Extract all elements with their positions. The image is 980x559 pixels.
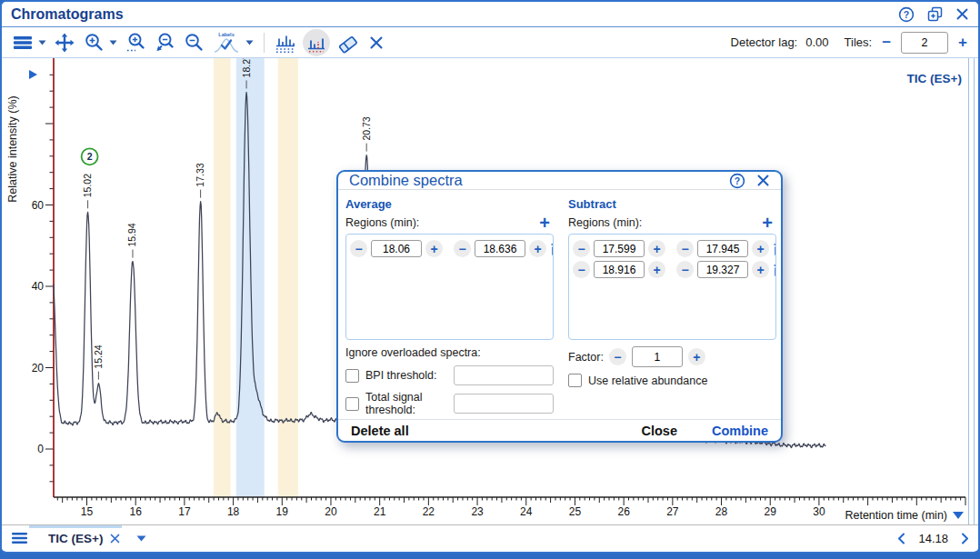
current-retention-value: 14.18 bbox=[918, 532, 948, 545]
region-end-increment-button[interactable]: + bbox=[529, 240, 546, 257]
detector-lag-value: 0.00 bbox=[805, 35, 828, 49]
tab-close-icon[interactable] bbox=[110, 534, 120, 544]
chart-toolbar: Labels bbox=[2, 27, 978, 58]
delete-region-icon[interactable] bbox=[550, 242, 554, 256]
dialog-help-icon[interactable]: ? bbox=[729, 173, 745, 189]
next-chromatogram-icon[interactable] bbox=[961, 533, 969, 544]
factor-decrement-button[interactable]: − bbox=[609, 348, 626, 365]
tiles-label: Tiles: bbox=[845, 35, 873, 49]
eraser-icon[interactable] bbox=[335, 30, 359, 55]
factor-increment-button[interactable]: + bbox=[688, 348, 705, 365]
tiles-increment-button[interactable]: + bbox=[956, 35, 969, 50]
peak-label: 15.24 bbox=[93, 344, 104, 368]
region-start-decrement-button[interactable]: − bbox=[573, 240, 590, 257]
region-end-decrement-button[interactable]: − bbox=[676, 261, 694, 278]
tab-dropdown-icon[interactable] bbox=[136, 535, 146, 542]
region-end-decrement-button[interactable]: − bbox=[454, 240, 471, 257]
tiles-input[interactable] bbox=[901, 32, 948, 54]
region-row: −+−+ bbox=[573, 261, 772, 278]
region-start-decrement-button[interactable]: − bbox=[573, 261, 590, 278]
duplicate-window-icon[interactable] bbox=[926, 5, 944, 23]
help-icon[interactable]: ? bbox=[898, 6, 915, 23]
pan-icon[interactable] bbox=[53, 30, 76, 55]
y-tick-label: 60 bbox=[32, 199, 45, 212]
y-axis-menu-icon[interactable] bbox=[29, 70, 37, 79]
average-region-list: −+−+ bbox=[345, 234, 554, 340]
region-start-increment-button[interactable]: + bbox=[648, 240, 665, 257]
labels-dropdown-icon[interactable] bbox=[244, 30, 255, 55]
zoom-dropdown-icon[interactable] bbox=[107, 30, 118, 55]
total-threshold-label: Total signal threshold: bbox=[365, 391, 447, 416]
region-end-input[interactable] bbox=[475, 240, 525, 257]
close-button[interactable]: Close bbox=[641, 424, 677, 438]
svg-text:Labels: Labels bbox=[218, 32, 234, 37]
tab-menu-icon[interactable] bbox=[11, 532, 28, 544]
delete-region-icon[interactable] bbox=[773, 263, 776, 277]
clear-icon[interactable] bbox=[365, 30, 388, 55]
x-axis-title: Retention time (min) bbox=[845, 509, 947, 522]
region-end-decrement-button[interactable]: − bbox=[676, 240, 694, 257]
zoom-region-icon[interactable] bbox=[124, 30, 147, 55]
region-row: −+−+ bbox=[573, 240, 772, 257]
bpi-threshold-label: BPI threshold: bbox=[365, 369, 437, 382]
zoom-out-icon[interactable] bbox=[182, 30, 205, 55]
active-tab-indicator bbox=[29, 525, 122, 528]
average-panel: Average Regions (min): + −+−+ Ignore ove… bbox=[345, 194, 554, 419]
combine-button[interactable]: Combine bbox=[712, 424, 768, 438]
dialog-close-icon[interactable] bbox=[756, 174, 770, 187]
average-region-band[interactable] bbox=[236, 58, 265, 497]
chromatograms-window: Chromatograms ? bbox=[0, 0, 980, 554]
plot-area: 15161718192021222324252627282930Retentio… bbox=[2, 58, 978, 524]
region-end-input[interactable] bbox=[697, 261, 748, 278]
menu-dropdown-icon[interactable] bbox=[36, 30, 47, 55]
subtract-region-band[interactable] bbox=[278, 58, 298, 497]
x-tick-label: 19 bbox=[276, 505, 289, 518]
menu-icon[interactable] bbox=[11, 30, 35, 55]
subtract-panel: Subtract Regions (min): + −+−+−+−+ Facto… bbox=[568, 194, 776, 419]
title-bar: Chromatograms ? bbox=[2, 2, 978, 27]
x-tick-label: 17 bbox=[178, 505, 191, 518]
svg-text:?: ? bbox=[904, 9, 909, 20]
total-threshold-checkbox[interactable] bbox=[345, 397, 359, 411]
region-start-input[interactable] bbox=[594, 240, 645, 257]
x-tick-label: 21 bbox=[374, 505, 386, 518]
detector-lag-label: Detector lag: bbox=[731, 35, 798, 49]
x-tick-label: 16 bbox=[130, 505, 143, 518]
labels-icon[interactable]: Labels bbox=[211, 30, 242, 55]
y-tick-label: 0 bbox=[37, 443, 44, 455]
region-start-increment-button[interactable]: + bbox=[425, 240, 443, 257]
region-end-increment-button[interactable]: + bbox=[752, 240, 769, 257]
window-title: Chromatograms bbox=[11, 6, 124, 23]
average-heading: Average bbox=[345, 197, 554, 211]
x-axis-menu-icon[interactable] bbox=[953, 512, 964, 519]
factor-input[interactable] bbox=[632, 346, 683, 367]
use-relative-checkbox[interactable] bbox=[568, 374, 582, 387]
region-end-increment-button[interactable]: + bbox=[752, 261, 769, 278]
tiles-decrement-button[interactable]: − bbox=[880, 35, 893, 50]
region-start-input[interactable] bbox=[371, 240, 422, 257]
bpi-threshold-checkbox[interactable] bbox=[345, 369, 359, 383]
bpi-threshold-input[interactable] bbox=[454, 365, 554, 385]
zoom-in-icon[interactable] bbox=[82, 30, 105, 55]
total-threshold-input[interactable] bbox=[454, 394, 554, 414]
add-average-region-button[interactable]: + bbox=[535, 216, 554, 229]
x-tick-label: 23 bbox=[471, 505, 484, 518]
close-icon[interactable] bbox=[955, 7, 969, 21]
trace-title: TIC (ES+) bbox=[907, 72, 962, 85]
zoom-previous-icon[interactable] bbox=[153, 30, 176, 55]
subtract-region-band[interactable] bbox=[214, 58, 231, 497]
region-start-increment-button[interactable]: + bbox=[648, 261, 665, 278]
delete-region-icon[interactable] bbox=[773, 242, 776, 256]
spectrum-sticks-icon[interactable] bbox=[274, 30, 297, 55]
region-start-input[interactable] bbox=[594, 261, 645, 278]
previous-chromatogram-icon[interactable] bbox=[897, 533, 905, 544]
tab-tic-es[interactable]: TIC (ES+) bbox=[48, 532, 146, 545]
x-tick-label: 25 bbox=[569, 505, 582, 518]
region-end-input[interactable] bbox=[697, 240, 748, 257]
delete-all-button[interactable]: Delete all bbox=[351, 424, 409, 438]
region-row: −+−+ bbox=[350, 240, 549, 257]
tab-bar: TIC (ES+) 14.18 bbox=[2, 524, 978, 551]
combine-spectra-icon[interactable] bbox=[303, 29, 330, 56]
region-start-decrement-button[interactable]: − bbox=[350, 240, 367, 257]
add-subtract-region-button[interactable]: + bbox=[758, 216, 776, 229]
